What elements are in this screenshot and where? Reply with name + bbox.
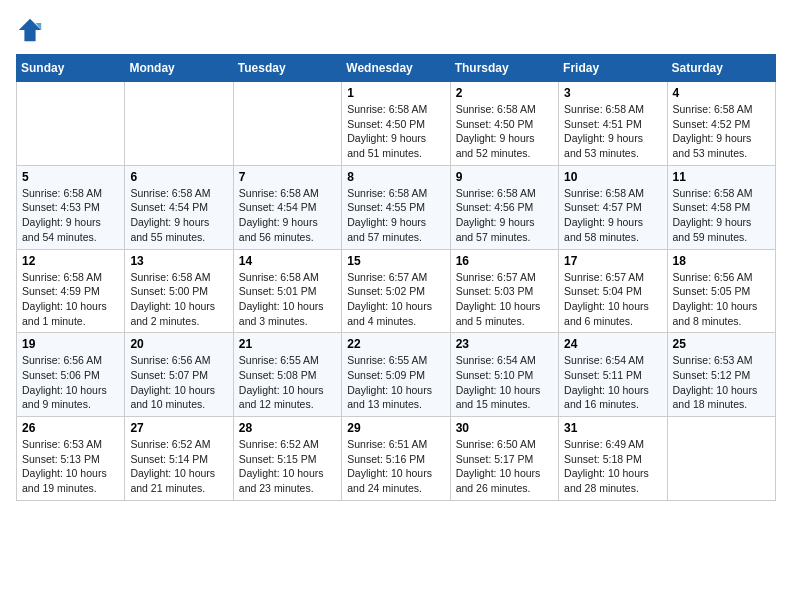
calendar-day-header: Tuesday: [233, 55, 341, 82]
calendar-week-row: 12Sunrise: 6:58 AM Sunset: 4:59 PM Dayli…: [17, 249, 776, 333]
calendar-cell: 19Sunrise: 6:56 AM Sunset: 5:06 PM Dayli…: [17, 333, 125, 417]
day-number: 27: [130, 421, 227, 435]
day-info: Sunrise: 6:53 AM Sunset: 5:12 PM Dayligh…: [673, 353, 770, 412]
day-info: Sunrise: 6:58 AM Sunset: 4:56 PM Dayligh…: [456, 186, 553, 245]
day-info: Sunrise: 6:54 AM Sunset: 5:10 PM Dayligh…: [456, 353, 553, 412]
day-number: 30: [456, 421, 553, 435]
calendar-cell: [17, 82, 125, 166]
calendar-cell: 28Sunrise: 6:52 AM Sunset: 5:15 PM Dayli…: [233, 417, 341, 501]
day-number: 17: [564, 254, 661, 268]
calendar-cell: [125, 82, 233, 166]
calendar-week-row: 1Sunrise: 6:58 AM Sunset: 4:50 PM Daylig…: [17, 82, 776, 166]
day-info: Sunrise: 6:54 AM Sunset: 5:11 PM Dayligh…: [564, 353, 661, 412]
day-number: 11: [673, 170, 770, 184]
day-info: Sunrise: 6:58 AM Sunset: 4:54 PM Dayligh…: [239, 186, 336, 245]
day-number: 6: [130, 170, 227, 184]
calendar-day-header: Monday: [125, 55, 233, 82]
day-number: 5: [22, 170, 119, 184]
day-number: 20: [130, 337, 227, 351]
calendar-cell: [667, 417, 775, 501]
day-number: 3: [564, 86, 661, 100]
day-info: Sunrise: 6:58 AM Sunset: 5:00 PM Dayligh…: [130, 270, 227, 329]
calendar-cell: [233, 82, 341, 166]
calendar-cell: 22Sunrise: 6:55 AM Sunset: 5:09 PM Dayli…: [342, 333, 450, 417]
day-number: 13: [130, 254, 227, 268]
day-number: 26: [22, 421, 119, 435]
calendar-week-row: 19Sunrise: 6:56 AM Sunset: 5:06 PM Dayli…: [17, 333, 776, 417]
day-info: Sunrise: 6:58 AM Sunset: 5:01 PM Dayligh…: [239, 270, 336, 329]
calendar-cell: 25Sunrise: 6:53 AM Sunset: 5:12 PM Dayli…: [667, 333, 775, 417]
calendar-day-header: Thursday: [450, 55, 558, 82]
calendar-cell: 1Sunrise: 6:58 AM Sunset: 4:50 PM Daylig…: [342, 82, 450, 166]
day-number: 28: [239, 421, 336, 435]
calendar-cell: 18Sunrise: 6:56 AM Sunset: 5:05 PM Dayli…: [667, 249, 775, 333]
day-info: Sunrise: 6:52 AM Sunset: 5:15 PM Dayligh…: [239, 437, 336, 496]
day-info: Sunrise: 6:55 AM Sunset: 5:09 PM Dayligh…: [347, 353, 444, 412]
calendar-week-row: 26Sunrise: 6:53 AM Sunset: 5:13 PM Dayli…: [17, 417, 776, 501]
calendar-cell: 26Sunrise: 6:53 AM Sunset: 5:13 PM Dayli…: [17, 417, 125, 501]
day-info: Sunrise: 6:56 AM Sunset: 5:05 PM Dayligh…: [673, 270, 770, 329]
day-info: Sunrise: 6:58 AM Sunset: 4:50 PM Dayligh…: [347, 102, 444, 161]
svg-marker-0: [19, 19, 41, 41]
day-number: 10: [564, 170, 661, 184]
day-info: Sunrise: 6:58 AM Sunset: 4:52 PM Dayligh…: [673, 102, 770, 161]
day-info: Sunrise: 6:58 AM Sunset: 4:51 PM Dayligh…: [564, 102, 661, 161]
calendar-table: SundayMondayTuesdayWednesdayThursdayFrid…: [16, 54, 776, 501]
day-number: 8: [347, 170, 444, 184]
day-info: Sunrise: 6:58 AM Sunset: 4:54 PM Dayligh…: [130, 186, 227, 245]
calendar-header-row: SundayMondayTuesdayWednesdayThursdayFrid…: [17, 55, 776, 82]
calendar-day-header: Wednesday: [342, 55, 450, 82]
day-info: Sunrise: 6:58 AM Sunset: 4:57 PM Dayligh…: [564, 186, 661, 245]
calendar-cell: 24Sunrise: 6:54 AM Sunset: 5:11 PM Dayli…: [559, 333, 667, 417]
calendar-cell: 8Sunrise: 6:58 AM Sunset: 4:55 PM Daylig…: [342, 165, 450, 249]
day-info: Sunrise: 6:53 AM Sunset: 5:13 PM Dayligh…: [22, 437, 119, 496]
day-number: 24: [564, 337, 661, 351]
calendar-cell: 29Sunrise: 6:51 AM Sunset: 5:16 PM Dayli…: [342, 417, 450, 501]
day-number: 15: [347, 254, 444, 268]
day-number: 7: [239, 170, 336, 184]
day-number: 23: [456, 337, 553, 351]
calendar-cell: 23Sunrise: 6:54 AM Sunset: 5:10 PM Dayli…: [450, 333, 558, 417]
calendar-cell: 7Sunrise: 6:58 AM Sunset: 4:54 PM Daylig…: [233, 165, 341, 249]
day-info: Sunrise: 6:58 AM Sunset: 4:59 PM Dayligh…: [22, 270, 119, 329]
day-number: 16: [456, 254, 553, 268]
page-header: [16, 16, 776, 44]
day-info: Sunrise: 6:57 AM Sunset: 5:03 PM Dayligh…: [456, 270, 553, 329]
calendar-day-header: Friday: [559, 55, 667, 82]
calendar-cell: 4Sunrise: 6:58 AM Sunset: 4:52 PM Daylig…: [667, 82, 775, 166]
calendar-week-row: 5Sunrise: 6:58 AM Sunset: 4:53 PM Daylig…: [17, 165, 776, 249]
day-number: 25: [673, 337, 770, 351]
calendar-cell: 27Sunrise: 6:52 AM Sunset: 5:14 PM Dayli…: [125, 417, 233, 501]
calendar-cell: 9Sunrise: 6:58 AM Sunset: 4:56 PM Daylig…: [450, 165, 558, 249]
day-number: 21: [239, 337, 336, 351]
day-info: Sunrise: 6:57 AM Sunset: 5:02 PM Dayligh…: [347, 270, 444, 329]
calendar-cell: 12Sunrise: 6:58 AM Sunset: 4:59 PM Dayli…: [17, 249, 125, 333]
calendar-cell: 15Sunrise: 6:57 AM Sunset: 5:02 PM Dayli…: [342, 249, 450, 333]
calendar-cell: 5Sunrise: 6:58 AM Sunset: 4:53 PM Daylig…: [17, 165, 125, 249]
day-info: Sunrise: 6:58 AM Sunset: 4:55 PM Dayligh…: [347, 186, 444, 245]
day-number: 22: [347, 337, 444, 351]
calendar-cell: 10Sunrise: 6:58 AM Sunset: 4:57 PM Dayli…: [559, 165, 667, 249]
calendar-day-header: Sunday: [17, 55, 125, 82]
day-info: Sunrise: 6:56 AM Sunset: 5:07 PM Dayligh…: [130, 353, 227, 412]
day-info: Sunrise: 6:56 AM Sunset: 5:06 PM Dayligh…: [22, 353, 119, 412]
day-number: 29: [347, 421, 444, 435]
calendar-cell: 16Sunrise: 6:57 AM Sunset: 5:03 PM Dayli…: [450, 249, 558, 333]
logo-icon: [16, 16, 44, 44]
day-info: Sunrise: 6:58 AM Sunset: 4:53 PM Dayligh…: [22, 186, 119, 245]
day-info: Sunrise: 6:57 AM Sunset: 5:04 PM Dayligh…: [564, 270, 661, 329]
day-info: Sunrise: 6:58 AM Sunset: 4:50 PM Dayligh…: [456, 102, 553, 161]
day-number: 9: [456, 170, 553, 184]
day-info: Sunrise: 6:50 AM Sunset: 5:17 PM Dayligh…: [456, 437, 553, 496]
calendar-cell: 2Sunrise: 6:58 AM Sunset: 4:50 PM Daylig…: [450, 82, 558, 166]
calendar-cell: 11Sunrise: 6:58 AM Sunset: 4:58 PM Dayli…: [667, 165, 775, 249]
calendar-cell: 13Sunrise: 6:58 AM Sunset: 5:00 PM Dayli…: [125, 249, 233, 333]
calendar-cell: 21Sunrise: 6:55 AM Sunset: 5:08 PM Dayli…: [233, 333, 341, 417]
day-number: 12: [22, 254, 119, 268]
day-number: 19: [22, 337, 119, 351]
day-info: Sunrise: 6:51 AM Sunset: 5:16 PM Dayligh…: [347, 437, 444, 496]
day-number: 1: [347, 86, 444, 100]
calendar-cell: 30Sunrise: 6:50 AM Sunset: 5:17 PM Dayli…: [450, 417, 558, 501]
calendar-cell: 14Sunrise: 6:58 AM Sunset: 5:01 PM Dayli…: [233, 249, 341, 333]
day-info: Sunrise: 6:49 AM Sunset: 5:18 PM Dayligh…: [564, 437, 661, 496]
